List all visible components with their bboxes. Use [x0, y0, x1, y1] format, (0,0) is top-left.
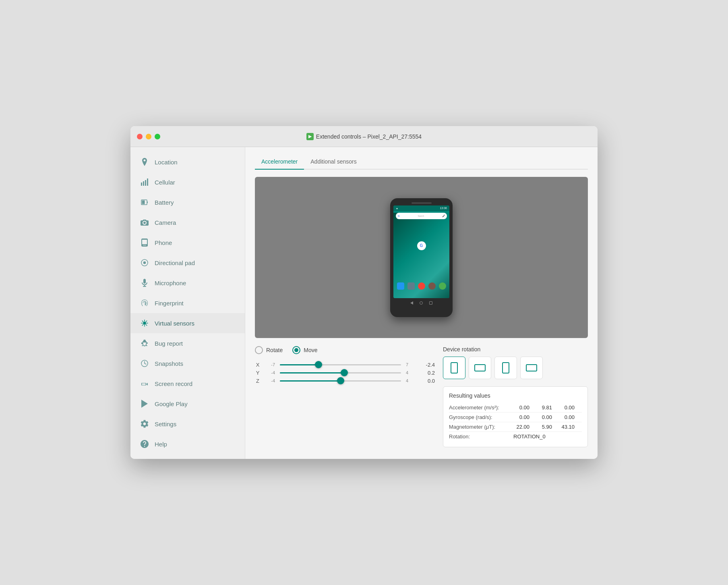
sidebar-label-virtual-sensors: Virtual sensors	[155, 320, 194, 327]
y-max: 4	[406, 370, 416, 375]
rv-mag-y: 5.90	[536, 424, 552, 430]
rv-magnetometer-key: Magnetometer (μT):	[449, 424, 513, 430]
titlebar: ▶ Extended controls – Pixel_2_API_27:555…	[130, 126, 598, 147]
phone-nav-bar	[393, 299, 449, 307]
rv-gyroscope-values: 0.00 0.00 0.00	[513, 414, 575, 420]
app-icon: ▶	[306, 133, 314, 140]
bug-report-icon	[140, 339, 149, 348]
screen-wallpaper: G Search 🎤 G	[393, 213, 449, 298]
svg-rect-1	[143, 181, 144, 186]
fingerprint-icon	[140, 299, 149, 307]
z-slider-thumb[interactable]	[337, 377, 344, 384]
rv-gyroscope-row: Gyroscope (rad/s): 0.00 0.00 0.00	[449, 413, 582, 422]
rv-table: Accelerometer (m/s²): 0.00 9.81 0.00 Gyr…	[449, 403, 582, 441]
rotate-label: Rotate	[266, 347, 283, 353]
sidebar-label-screen-record: Screen record	[155, 380, 192, 387]
sidebar-item-virtual-sensors[interactable]: Virtual sensors	[130, 313, 245, 333]
sidebar-item-battery[interactable]: Battery	[130, 192, 245, 212]
directional-pad-icon	[140, 258, 149, 267]
tab-additional-sensors[interactable]: Additional sensors	[304, 155, 363, 170]
motion-type-controls: Rotate Move	[255, 346, 435, 354]
content-area: Accelerometer Additional sensors ▲ 13:06	[245, 147, 598, 459]
maximize-button[interactable]	[155, 134, 160, 139]
svg-rect-2	[145, 180, 146, 186]
portrait-icon	[451, 362, 458, 373]
rv-rotation-row: Rotation: ROTATION_0	[449, 432, 582, 441]
svg-rect-0	[141, 183, 142, 186]
move-radio[interactable]	[292, 346, 300, 354]
rv-rotation-val: ROTATION_0	[513, 434, 546, 440]
google-icon: G	[417, 241, 426, 250]
sidebar-label-settings: Settings	[155, 421, 176, 427]
x-slider-fill	[280, 364, 318, 365]
phone-speaker	[412, 202, 432, 204]
sidebar-item-help[interactable]: Help	[130, 434, 245, 454]
y-min: -4	[265, 370, 275, 375]
sidebar-label-cellular: Cellular	[155, 179, 175, 186]
sliders-area: Rotate Move X -	[255, 346, 435, 385]
rotation-portrait[interactable]	[443, 357, 465, 379]
x-min: -7	[265, 362, 275, 367]
rv-magnetometer-row: Magnetometer (μT): 22.00 5.90 43.10	[449, 422, 582, 432]
x-value: -2.4	[420, 362, 435, 368]
sidebar-item-phone[interactable]: Phone	[130, 232, 245, 253]
rv-gyro-x: 0.00	[513, 414, 529, 420]
rotate-option[interactable]: Rotate	[255, 346, 283, 354]
rv-gyro-y: 0.00	[536, 414, 552, 420]
sidebar-item-screen-record[interactable]: Screen record	[130, 373, 245, 394]
sidebar-label-directional-pad: Directional pad	[155, 259, 195, 266]
sidebar-item-directional-pad[interactable]: Directional pad	[130, 253, 245, 273]
portrait-flipped-icon	[502, 362, 509, 373]
y-slider-fill	[280, 372, 344, 373]
move-option[interactable]: Move	[292, 346, 317, 354]
status-time: 13:06	[440, 207, 447, 210]
rotation-buttons	[443, 357, 588, 379]
device-rotation-label: Device rotation	[443, 346, 588, 353]
virtual-sensors-icon	[140, 319, 149, 328]
sidebar-label-battery: Battery	[155, 199, 174, 206]
sidebar-item-snapshots[interactable]: Snapshots	[130, 353, 245, 373]
y-value: 0.2	[420, 370, 435, 376]
sidebar-item-bug-report[interactable]: Bug report	[130, 333, 245, 353]
screen-record-icon	[140, 379, 149, 388]
sidebar-item-cellular[interactable]: Cellular	[130, 172, 245, 192]
sidebar-item-location[interactable]: Location	[130, 152, 245, 172]
x-slider-container[interactable]	[280, 361, 401, 369]
sidebar-label-location: Location	[155, 159, 178, 166]
rotate-radio[interactable]	[255, 346, 263, 354]
sidebar-item-google-play[interactable]: Google Play	[130, 394, 245, 414]
svg-rect-3	[147, 178, 148, 186]
rv-accel-y: 9.81	[536, 405, 552, 411]
z-max: 4	[406, 378, 416, 383]
rotation-landscape-left[interactable]	[469, 357, 491, 379]
settings-icon	[140, 419, 149, 428]
help-icon	[140, 440, 149, 448]
rotation-portrait-flipped[interactable]	[494, 357, 517, 379]
sidebar-item-camera[interactable]: Camera	[130, 212, 245, 232]
sidebar: Location Cellular Battery	[130, 147, 245, 459]
z-slider-container[interactable]	[280, 377, 401, 385]
sidebar-item-settings[interactable]: Settings	[130, 414, 245, 434]
window-title: Extended controls – Pixel_2_API_27:5554	[316, 133, 422, 140]
rotation-landscape-right[interactable]	[520, 357, 543, 379]
sidebar-item-fingerprint[interactable]: Fingerprint	[130, 293, 245, 313]
snapshots-icon	[140, 359, 149, 368]
sidebar-label-google-play: Google Play	[155, 400, 188, 407]
close-button[interactable]	[137, 134, 143, 139]
svg-point-8	[144, 262, 146, 264]
resulting-values: Resulting values Accelerometer (m/s²): 0…	[443, 386, 588, 447]
sidebar-label-snapshots: Snapshots	[155, 360, 183, 367]
minimize-button[interactable]	[146, 134, 151, 139]
search-bar: G Search 🎤	[396, 213, 447, 219]
x-slider-thumb[interactable]	[315, 361, 322, 368]
z-slider-fill	[280, 380, 341, 382]
tab-accelerometer[interactable]: Accelerometer	[255, 155, 304, 170]
y-slider-container[interactable]	[280, 369, 401, 377]
battery-icon	[140, 198, 149, 207]
z-slider-row: Z -4 4 0.0	[255, 377, 435, 385]
cellular-icon	[140, 178, 149, 187]
google-play-icon	[140, 399, 149, 408]
sidebar-item-microphone[interactable]: Microphone	[130, 273, 245, 293]
home-button	[420, 301, 423, 305]
y-slider-thumb[interactable]	[341, 369, 348, 376]
